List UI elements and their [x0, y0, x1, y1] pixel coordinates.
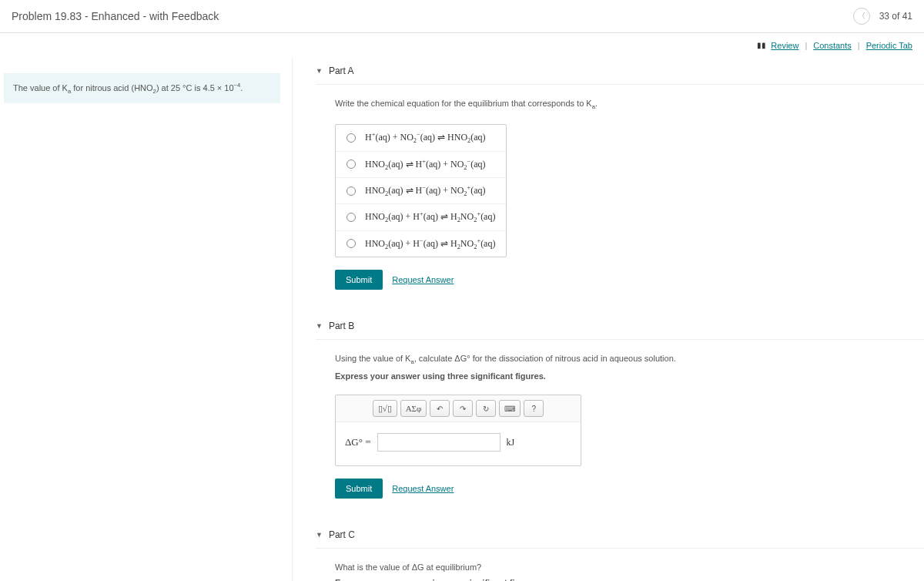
part-b-answer-box: ▯√▯ ΑΣφ ↶ ↷ ↻ ⌨ ? ΔG° = kJ: [335, 395, 581, 466]
part-c-instruction-2: Express your answer using one significan…: [335, 578, 924, 581]
review-icon: ▮▮: [757, 41, 766, 50]
template-button[interactable]: ▯√▯: [373, 400, 397, 417]
keyboard-button[interactable]: ⌨: [499, 400, 521, 417]
problem-title: Problem 19.83 - Enhanced - with Feedback: [12, 10, 219, 22]
redo-button[interactable]: ↷: [453, 400, 473, 417]
questions-panel: ▼ Part A Write the chemical equation for…: [293, 58, 924, 581]
chevron-left-icon: 〈: [858, 11, 865, 22]
request-answer-link[interactable]: Request Answer: [392, 484, 454, 493]
option-label: HNO2(aq) + H−(aq) ⇌ H2NO2+(aq): [365, 237, 495, 250]
review-link[interactable]: Review: [771, 41, 798, 50]
option-row[interactable]: H+(aq) + NO2−(aq) ⇌ HNO2(aq): [336, 125, 506, 151]
sidebar: The value of Ka for nitrous acid (HNO2) …: [0, 58, 293, 581]
part-b-instruction-1: Using the value of Ka, calculate ΔG° for…: [335, 354, 924, 365]
unit-label: kJ: [507, 437, 515, 448]
part-a-title: Part A: [329, 65, 354, 76]
part-b-title: Part B: [329, 321, 354, 331]
constants-link[interactable]: Constants: [813, 41, 852, 50]
page-indicator: 33 of 41: [879, 11, 912, 22]
radio-icon[interactable]: [346, 160, 356, 169]
radio-icon[interactable]: [346, 213, 356, 222]
periodic-table-link[interactable]: Periodic Tab: [866, 41, 912, 50]
header-right: 〈 33 of 41: [853, 8, 912, 25]
separator: |: [805, 41, 807, 50]
part-a-section: ▼ Part A Write the chemical equation for…: [316, 58, 924, 297]
main-content: The value of Ka for nitrous acid (HNO2) …: [0, 58, 924, 581]
equation-toolbar: ▯√▯ ΑΣφ ↶ ↷ ↻ ⌨ ?: [336, 395, 581, 422]
page-header: Problem 19.83 - Enhanced - with Feedback…: [0, 0, 924, 33]
option-row[interactable]: HNO2(aq) ⇌ H+(aq) + NO2−(aq): [336, 152, 506, 178]
part-b-header[interactable]: ▼ Part B: [316, 313, 924, 340]
resource-links: ▮▮ Review | Constants | Periodic Tab: [0, 33, 924, 58]
reset-button[interactable]: ↻: [476, 400, 496, 417]
part-a-actions: Submit Request Answer: [335, 270, 924, 290]
option-row[interactable]: HNO2(aq) + H+(aq) ⇌ H2NO2+(aq): [336, 204, 506, 230]
option-label: HNO2(aq) ⇌ H+(aq) + NO2−(aq): [365, 158, 486, 171]
symbols-button[interactable]: ΑΣφ: [400, 400, 427, 417]
answer-input[interactable]: [377, 433, 500, 452]
part-c-section: ▼ Part C What is the value of ΔG at equi…: [316, 522, 924, 581]
option-label: HNO2(aq) + H+(aq) ⇌ H2NO2+(aq): [365, 210, 495, 223]
submit-button[interactable]: Submit: [335, 479, 383, 499]
part-b-section: ▼ Part B Using the value of Ka, calculat…: [316, 313, 924, 506]
option-label: H+(aq) + NO2−(aq) ⇌ HNO2(aq): [365, 131, 486, 144]
separator: |: [858, 41, 860, 50]
submit-button[interactable]: Submit: [335, 270, 383, 290]
help-button[interactable]: ?: [524, 400, 544, 417]
option-row[interactable]: HNO2(aq) ⇌ H−(aq) + NO2+(aq): [336, 178, 506, 204]
radio-icon[interactable]: [346, 239, 356, 248]
radio-icon[interactable]: [346, 133, 356, 143]
radio-icon[interactable]: [346, 186, 356, 196]
option-row[interactable]: HNO2(aq) + H−(aq) ⇌ H2NO2+(aq): [336, 231, 506, 257]
part-a-header[interactable]: ▼ Part A: [316, 58, 924, 85]
part-b-body: Using the value of Ka, calculate ΔG° for…: [316, 340, 924, 506]
variable-label: ΔG° =: [345, 436, 371, 448]
part-b-actions: Submit Request Answer: [335, 479, 924, 499]
caret-down-icon: ▼: [316, 531, 323, 539]
part-c-title: Part C: [329, 529, 355, 540]
answer-input-row: ΔG° = kJ: [336, 422, 581, 465]
problem-info: The value of Ka for nitrous acid (HNO2) …: [4, 73, 280, 103]
part-a-body: Write the chemical equation for the equi…: [316, 85, 924, 297]
part-a-options: H+(aq) + NO2−(aq) ⇌ HNO2(aq)HNO2(aq) ⇌ H…: [335, 124, 507, 257]
part-a-instruction: Write the chemical equation for the equi…: [335, 99, 924, 110]
part-b-instruction-2: Express your answer using three signific…: [335, 371, 924, 381]
part-c-instruction-1: What is the value of ΔG at equilibrium?: [335, 563, 924, 572]
part-c-header[interactable]: ▼ Part C: [316, 522, 924, 549]
caret-down-icon: ▼: [316, 322, 323, 330]
option-label: HNO2(aq) ⇌ H−(aq) + NO2+(aq): [365, 184, 486, 197]
caret-down-icon: ▼: [316, 67, 323, 75]
prev-button[interactable]: 〈: [853, 8, 870, 25]
request-answer-link[interactable]: Request Answer: [392, 275, 454, 284]
part-c-body: What is the value of ΔG at equilibrium? …: [316, 549, 924, 581]
undo-button[interactable]: ↶: [430, 400, 450, 417]
